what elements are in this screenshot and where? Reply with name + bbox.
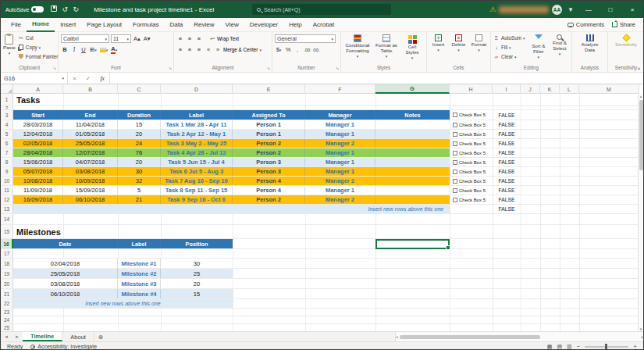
cell[interactable] — [450, 205, 493, 213]
fill-color-button[interactable]: ▾ — [99, 45, 109, 54]
insert-function-icon[interactable]: fx — [100, 75, 104, 82]
cell-assigned[interactable]: Person 2 — [233, 148, 305, 157]
milestones-header-date[interactable]: Date — [13, 239, 118, 248]
next-sheet-icon[interactable]: ▸ — [12, 332, 23, 341]
cell-start[interactable]: 02/05/2018 — [13, 139, 63, 148]
tasks-header-manager[interactable]: Manager — [305, 110, 375, 120]
scroll-left-icon[interactable]: ◂ — [396, 334, 398, 339]
row-header[interactable]: 6 — [1, 139, 13, 148]
normal-view-icon[interactable]: ▦ — [547, 344, 553, 350]
cell-assigned[interactable]: Person 3 — [233, 167, 305, 176]
merge-center-button[interactable]: Merge & Center▾ — [223, 45, 262, 54]
cell-end[interactable]: 15/09/2018 — [63, 186, 118, 195]
cell-label[interactable]: Milestone #2 — [118, 269, 161, 278]
tab-data[interactable]: Data — [164, 18, 188, 32]
false-cell[interactable]: FALSE — [493, 158, 521, 166]
minimize-button[interactable]: — — [579, 1, 598, 18]
row-header[interactable]: 9 — [1, 167, 13, 176]
cut-button[interactable]: ✂Cut — [18, 34, 59, 42]
borders-button[interactable]: ⊞▾ — [89, 45, 98, 54]
underline-button[interactable]: U — [80, 45, 87, 54]
cell-duration[interactable]: 30 — [118, 167, 161, 176]
row-header[interactable]: 11 — [1, 186, 13, 195]
cell-duration[interactable]: 32 — [118, 177, 161, 185]
cell-assigned[interactable]: Person 4 — [233, 186, 305, 195]
row-header[interactable]: 10 — [1, 177, 13, 185]
row-header[interactable]: 19 — [1, 269, 13, 278]
tab-acrobat[interactable]: Acrobat — [308, 18, 340, 32]
false-cell[interactable]: FALSE — [493, 110, 521, 120]
cell-styles-button[interactable]: Cell Styles▾ — [401, 34, 423, 60]
cell-manager[interactable]: Manager 2 — [305, 177, 375, 185]
checkbox-cell[interactable]: Check Box 5 — [450, 158, 493, 166]
wrap-text-button[interactable]: ↩Wrap Text — [209, 34, 239, 43]
checkbox-cell[interactable]: Check Box 5 — [450, 186, 493, 195]
cell-notes[interactable] — [375, 195, 450, 204]
accounting-format-button[interactable]: $▾ — [275, 45, 283, 54]
cell-manager[interactable]: Manager 1 — [305, 158, 375, 166]
cell-start[interactable]: 11/09/2018 — [13, 186, 63, 195]
column-header-i[interactable]: I — [493, 84, 521, 94]
cell-notes[interactable] — [375, 186, 450, 195]
align-middle-button[interactable]: ≡ — [186, 34, 194, 43]
tab-review[interactable]: Review — [188, 18, 219, 32]
cell-label[interactable]: Task 4 Apr 28 - Jul 12 — [161, 148, 233, 157]
false-cell[interactable]: FALSE — [493, 186, 521, 195]
cell-notes[interactable] — [375, 148, 450, 157]
false-cell[interactable]: FALSE — [493, 167, 521, 176]
zoom-in-icon[interactable]: + — [633, 343, 637, 350]
false-cell[interactable]: FALSE — [493, 205, 521, 213]
search-box[interactable]: Search (Alt+Q) — [252, 4, 391, 15]
format-as-table-button[interactable]: Format as Table▾ — [374, 34, 399, 59]
cell-manager[interactable]: Manager 2 — [305, 139, 375, 148]
cell-position[interactable]: 30 — [161, 259, 233, 268]
tab-developer[interactable]: Developer — [244, 18, 283, 32]
cell-end[interactable]: 12/07/2018 — [63, 148, 118, 157]
cell-assigned[interactable]: Person 1 — [233, 120, 305, 129]
cell-end[interactable]: 01/05/2018 — [63, 130, 118, 138]
conditional-formatting-button[interactable]: Conditional Formatting▾ — [343, 34, 372, 59]
horizontal-scrollbar[interactable]: ◂ ▸ — [395, 332, 643, 341]
checkbox-icon[interactable] — [453, 188, 457, 193]
cell-label[interactable]: Task 9 Sep 16 - Oct 6 — [161, 195, 233, 204]
row-header[interactable]: 12 — [1, 195, 13, 204]
shrink-font-button[interactable]: A▾ — [143, 34, 151, 43]
autosum-button[interactable]: ΣAutoSum▾ — [493, 34, 527, 42]
zoom-slider[interactable] — [585, 346, 628, 348]
undo-button[interactable]: ↺ — [59, 5, 70, 13]
sensitivity-button[interactable]: Sensitivity — [613, 34, 639, 48]
row-header[interactable]: 15 — [1, 225, 13, 238]
copy-button[interactable]: Copy▾ — [18, 43, 59, 52]
row-header[interactable]: 20 — [1, 279, 13, 288]
cell-manager[interactable]: Manager 1 — [305, 130, 375, 138]
cell-start[interactable]: 12/04/2018 — [13, 130, 63, 138]
false-cell[interactable]: FALSE — [493, 139, 521, 148]
tasks-header-duration[interactable]: Duration — [118, 110, 161, 120]
checkbox-cell[interactable]: Check Box 5 — [450, 148, 493, 157]
cell-duration[interactable]: 76 — [118, 148, 161, 157]
false-cell[interactable]: FALSE — [493, 148, 521, 157]
paste-button[interactable]: Paste ▾ — [3, 34, 16, 55]
column-header-f[interactable]: F — [305, 84, 375, 94]
tasks-header-end[interactable]: End — [63, 110, 118, 120]
cell-position[interactable]: 20 — [161, 279, 233, 288]
cell-label[interactable]: Task 1 Mar 28 - Apr 11 — [161, 120, 233, 129]
cell-notes[interactable] — [375, 130, 450, 138]
checkbox-icon[interactable] — [453, 179, 457, 184]
cell-label[interactable]: Milestone #3 — [118, 279, 161, 288]
cell-duration[interactable]: 21 — [118, 195, 161, 204]
cell-duration[interactable]: 24 — [118, 139, 161, 148]
decrease-decimal-button[interactable]: 00. — [312, 45, 320, 54]
cell-start[interactable]: 16/09/2018 — [13, 195, 63, 204]
fill-button[interactable]: ↓Fill▾ — [493, 43, 527, 52]
row-header[interactable]: 7 — [1, 148, 13, 157]
sheet-tab-about[interactable]: About — [62, 332, 94, 341]
cell-start[interactable]: 28/03/2018 — [13, 120, 63, 129]
column-header-e[interactable]: E — [233, 84, 305, 94]
cell-manager[interactable]: Manager 1 — [305, 120, 375, 129]
vertical-scroll-thumb[interactable] — [639, 100, 643, 170]
insert-cells-button[interactable]: +Insert▾ — [429, 34, 447, 52]
cell-notes[interactable] — [375, 120, 450, 129]
milestones-section-title[interactable]: Milestones — [13, 225, 154, 238]
cell-duration[interactable]: 20 — [118, 158, 161, 166]
